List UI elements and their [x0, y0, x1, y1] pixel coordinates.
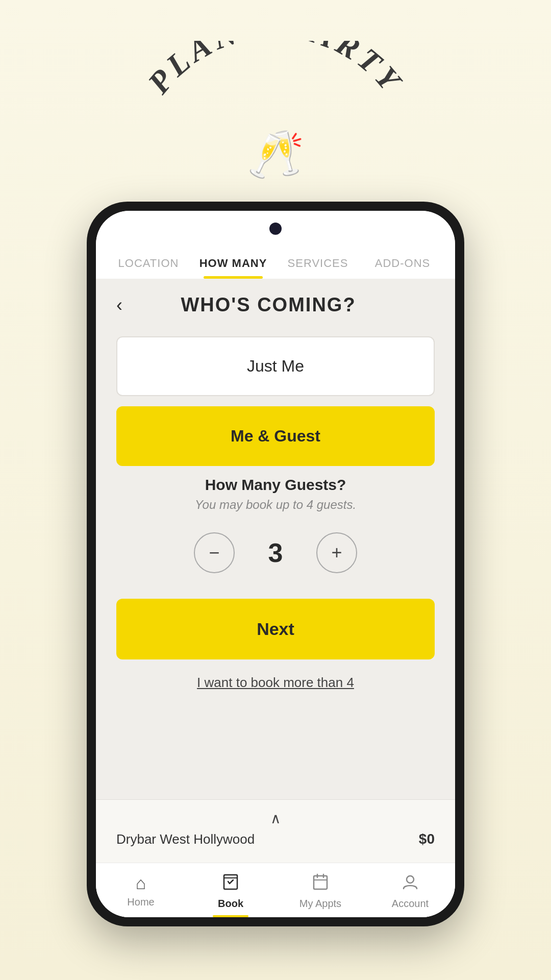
me-and-guest-option[interactable]: Me & Guest: [116, 406, 435, 466]
chevron-up-icon[interactable]: ∧: [116, 810, 435, 827]
nav-book-label: Book: [218, 898, 243, 910]
tab-add-ons[interactable]: ADD-ONS: [360, 247, 445, 279]
plan-a-party-arc: PLAN A PARTY: [122, 41, 429, 122]
decrement-button[interactable]: −: [194, 532, 235, 573]
guests-title: How Many Guests?: [116, 476, 435, 494]
page-title: WHO'S COMING?: [122, 294, 414, 316]
guest-count-value: 3: [260, 537, 291, 568]
tab-location[interactable]: LOCATION: [106, 247, 191, 279]
just-me-option[interactable]: Just Me: [116, 336, 435, 396]
bottom-bar: ∧ Drybar West Hollywood $0: [96, 799, 455, 863]
svg-text:PLAN A PARTY: PLAN A PARTY: [141, 41, 410, 101]
main-content: ‹ WHO'S COMING? Just Me Me & Guest How M…: [96, 279, 455, 917]
guests-subtitle: You may book up to 4 guests.: [116, 498, 435, 512]
status-bar: [96, 211, 455, 247]
book-more-link[interactable]: I want to book more than 4: [116, 675, 435, 701]
account-icon: [402, 873, 419, 895]
guest-count-stepper: − 3 +: [116, 532, 435, 573]
tab-navigation: LOCATION HOW MANY SERVICES ADD-ONS: [96, 247, 455, 279]
home-icon: ⌂: [136, 873, 146, 893]
plan-a-party-text: PLAN A PARTY: [141, 41, 410, 101]
increment-button[interactable]: +: [316, 532, 357, 573]
guests-section: How Many Guests? You may book up to 4 gu…: [116, 476, 435, 701]
nav-book[interactable]: Book: [186, 863, 276, 917]
book-icon: [222, 873, 239, 895]
nav-home[interactable]: ⌂ Home: [96, 863, 186, 917]
location-price-row: Drybar West Hollywood $0: [116, 831, 435, 857]
bottom-navigation: ⌂ Home Book: [96, 863, 455, 917]
scroll-content: Just Me Me & Guest How Many Guests? You …: [96, 326, 455, 799]
location-name: Drybar West Hollywood: [116, 831, 255, 847]
page-header: ‹ WHO'S COMING?: [96, 279, 455, 326]
tab-services[interactable]: SERVICES: [276, 247, 360, 279]
phone-screen: LOCATION HOW MANY SERVICES ADD-ONS ‹ WHO…: [96, 211, 455, 917]
top-header: PLAN A PARTY 🥂: [122, 0, 429, 181]
svg-point-7: [407, 876, 414, 883]
nav-account-label: Account: [392, 898, 429, 910]
price-display: $0: [419, 831, 435, 847]
back-button[interactable]: ‹: [116, 295, 122, 316]
next-button[interactable]: Next: [116, 599, 435, 659]
nav-account[interactable]: Account: [365, 863, 455, 917]
svg-rect-3: [314, 876, 327, 889]
nav-my-appts[interactable]: My Appts: [276, 863, 365, 917]
nav-home-label: Home: [127, 896, 154, 908]
camera-dot: [269, 223, 282, 235]
tab-how-many[interactable]: HOW MANY: [191, 247, 276, 279]
appts-icon: [312, 873, 329, 895]
nav-appts-label: My Appts: [299, 898, 341, 910]
phone-frame: LOCATION HOW MANY SERVICES ADD-ONS ‹ WHO…: [87, 202, 464, 926]
champagne-glasses-icon: 🥂: [247, 128, 304, 181]
